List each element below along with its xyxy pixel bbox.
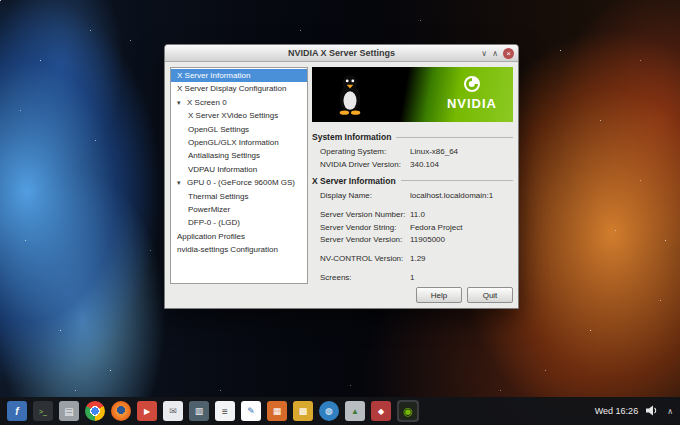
section-divider xyxy=(396,137,513,138)
presentation-glyph: ▦ xyxy=(273,406,282,416)
panel-icon-image-viewer[interactable]: ▲ xyxy=(345,401,365,421)
tree-item-label: X Server Information xyxy=(177,69,250,82)
tree-item-label: Application Profiles xyxy=(177,230,245,243)
info-value: 1 xyxy=(410,273,414,282)
clock[interactable]: Wed 16:26 xyxy=(595,406,638,416)
content-pane: NVIDIA System Information Operating Syst… xyxy=(312,67,513,284)
volume-icon[interactable] xyxy=(646,402,659,420)
tree-item-antialiasing-settings[interactable]: Antialiasing Settings xyxy=(171,149,307,162)
text-editor-glyph: ≡ xyxy=(222,406,228,417)
info-label: Server Vendor Version: xyxy=(320,235,410,244)
mail-glyph: ✉ xyxy=(169,406,177,416)
panel-icon-presentation-app[interactable]: ▦ xyxy=(267,401,287,421)
panel-icon-nvidia-settings[interactable]: ◉ xyxy=(399,402,417,420)
desktop[interactable]: NVIDIA X Server Settings ∨ ∧ × X Server … xyxy=(0,0,680,425)
nvidia-banner: NVIDIA xyxy=(312,67,513,122)
tux-penguin-image xyxy=(336,73,364,119)
tree-item-label: X Server Display Configuration xyxy=(177,82,286,95)
info-row-screens: Screens: 1 xyxy=(312,271,513,284)
tree-item-label: nvidia-settings Configuration xyxy=(177,243,278,256)
help-button[interactable]: Help xyxy=(416,287,462,303)
panel-icon-web-browser[interactable]: ◍ xyxy=(319,401,339,421)
section-divider xyxy=(401,180,513,181)
tree-item-opengl-settings[interactable]: OpenGL Settings xyxy=(171,123,307,136)
window-title: NVIDIA X Server Settings xyxy=(165,45,518,62)
tree-item-application-profiles[interactable]: Application Profiles xyxy=(171,230,307,243)
info-value: localhost.localdomain:1 xyxy=(410,191,493,200)
spreadsheet-glyph: ▩ xyxy=(299,406,308,416)
tree-item-thermal-settings[interactable]: Thermal Settings xyxy=(171,190,307,203)
info-value: 1.29 xyxy=(410,254,426,263)
info-value: 11905000 xyxy=(410,235,445,244)
info-label: Operating System: xyxy=(320,147,410,156)
tree-item-label: OpenGL Settings xyxy=(188,123,249,136)
panel-icon-terminal[interactable]: >_ xyxy=(33,401,53,421)
image-viewer-glyph: ▲ xyxy=(351,407,359,416)
info-value: Fedora Project xyxy=(410,223,462,232)
minimize-button[interactable]: ∨ xyxy=(481,48,487,59)
tree-item-label: Antialiasing Settings xyxy=(188,149,260,162)
tree-item-label: GPU 0 - (GeForce 9600M GS) xyxy=(187,176,295,189)
tree-item-label: OpenGL/GLX Information xyxy=(188,136,279,149)
taskbar-launchers: f >_ ▤ ▶ ✉ ▥ ≡ ✎ ▦ ▩ ◍ ▲ ◆ ◉ xyxy=(7,400,419,422)
panel-icon-system-monitor[interactable]: ▥ xyxy=(189,401,209,421)
info-row-display-name: Display Name: localhost.localdomain:1 xyxy=(312,189,513,202)
taskbar[interactable]: f >_ ▤ ▶ ✉ ▥ ≡ ✎ ▦ ▩ ◍ ▲ ◆ ◉ Wed 16:26 xyxy=(0,397,680,425)
nvidia-logo: NVIDIA xyxy=(447,75,497,110)
info-label: NVIDIA Driver Version: xyxy=(320,160,410,169)
panel-icon-text-editor[interactable]: ≡ xyxy=(215,401,235,421)
panel-icon-file-manager[interactable]: ▤ xyxy=(59,401,79,421)
expander-icon[interactable]: ▾ xyxy=(177,96,187,109)
tree-item-label: DFP-0 - (LGD) xyxy=(188,216,240,229)
tree-item-label: X Screen 0 xyxy=(187,96,227,109)
panel-icon-package-manager[interactable]: ◆ xyxy=(371,401,391,421)
tree-item-label: Thermal Settings xyxy=(188,190,248,203)
tree-item-label: PowerMizer xyxy=(188,203,230,216)
file-manager-glyph: ▤ xyxy=(64,406,73,417)
expander-icon[interactable]: ▾ xyxy=(177,176,187,189)
tree-item-gpu-0[interactable]: ▾ GPU 0 - (GeForce 9600M GS) xyxy=(171,176,307,189)
info-value: 11.0 xyxy=(410,210,425,219)
nvidia-wordmark: NVIDIA xyxy=(447,97,497,110)
tree-item-label: X Server XVideo Settings xyxy=(188,109,278,122)
tree-item-dfp-0-lgd[interactable]: DFP-0 - (LGD) xyxy=(171,216,307,229)
active-task-indicator: ◉ xyxy=(397,400,419,422)
nvidia-settings-window[interactable]: NVIDIA X Server Settings ∨ ∧ × X Server … xyxy=(164,44,519,309)
tree-item-vdpau-information[interactable]: VDPAU Information xyxy=(171,163,307,176)
panel-icon-media-player[interactable]: ▶ xyxy=(137,401,157,421)
panel-icon-chrome-browser[interactable] xyxy=(85,401,105,421)
info-value: 340.104 xyxy=(410,160,439,169)
package-manager-glyph: ◆ xyxy=(378,407,384,416)
panel-icon-mail-client[interactable]: ✉ xyxy=(163,401,183,421)
panel-icon-spreadsheet-app[interactable]: ▩ xyxy=(293,401,313,421)
section-header-system-information: System Information xyxy=(312,132,513,142)
section-title: System Information xyxy=(312,132,391,142)
tree-item-x-screen-0[interactable]: ▾ X Screen 0 xyxy=(171,96,307,109)
panel-icon-firefox-browser[interactable] xyxy=(111,401,131,421)
tree-item-label: VDPAU Information xyxy=(188,163,257,176)
info-label: Screens: xyxy=(320,273,410,282)
info-label: Server Version Number: xyxy=(320,210,410,219)
section-title: X Server Information xyxy=(312,176,396,186)
tree-item-powermizer[interactable]: PowerMizer xyxy=(171,203,307,216)
tree-item-opengl-glx-information[interactable]: OpenGL/GLX Information xyxy=(171,136,307,149)
info-row-nv-control-version: NV-CONTROL Version: 1.29 xyxy=(312,252,513,265)
close-button[interactable]: × xyxy=(503,48,514,59)
tree-item-x-server-xvideo-settings[interactable]: X Server XVideo Settings xyxy=(171,109,307,122)
panel-collapse-icon[interactable]: ∧ xyxy=(667,407,673,416)
tree-item-nvidia-settings-configuration[interactable]: nvidia-settings Configuration xyxy=(171,243,307,256)
wallpaper-stars xyxy=(0,0,1,1)
maximize-button[interactable]: ∧ xyxy=(492,48,498,59)
panel-icon-applications-menu[interactable]: f xyxy=(7,401,27,421)
window-body: X Server Information X Server Display Co… xyxy=(165,62,518,308)
applications-menu-glyph: f xyxy=(15,406,18,417)
settings-tree[interactable]: X Server Information X Server Display Co… xyxy=(170,67,308,284)
tree-item-x-server-information[interactable]: X Server Information xyxy=(171,69,307,82)
quit-button[interactable]: Quit xyxy=(467,287,513,303)
terminal-glyph: >_ xyxy=(39,408,47,415)
panel-icon-word-processor[interactable]: ✎ xyxy=(241,401,261,421)
taskbar-tray: Wed 16:26 ∧ xyxy=(595,402,673,420)
window-controls: ∨ ∧ × xyxy=(481,45,514,62)
tree-item-x-server-display-configuration[interactable]: X Server Display Configuration xyxy=(171,82,307,95)
window-titlebar[interactable]: NVIDIA X Server Settings ∨ ∧ × xyxy=(165,45,518,62)
